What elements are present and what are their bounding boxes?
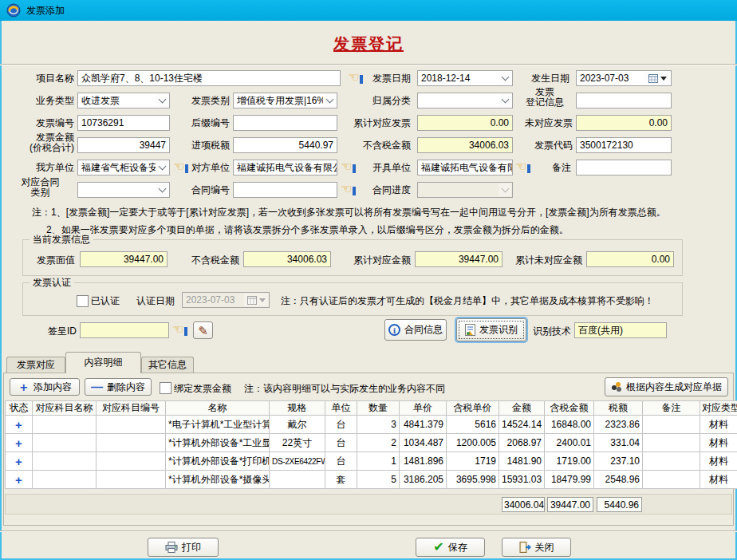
project-lookup-icon[interactable]: ☜ [348,71,363,84]
table-cell[interactable]: 材料 [700,471,737,489]
column-header[interactable]: 规格 [270,401,325,416]
input-tax-input[interactable]: 5440.97 [233,137,337,153]
contract-no-input[interactable] [233,182,337,198]
table-row[interactable]: +*计算机外部设备*摄像头套53186.2053695.99815931.031… [6,471,737,489]
column-header[interactable]: 对应科目名称 [33,401,97,416]
our-unit-lookup-icon[interactable]: ☜ [173,160,188,173]
column-header[interactable]: 状态 [6,401,33,416]
table-cell[interactable] [97,434,166,452]
table-cell[interactable]: 1481.896 [400,452,447,471]
other-unit-input[interactable]: 福建诚拓电气设备有限公 [233,160,337,175]
table-cell[interactable]: 材料 [700,434,737,452]
column-header[interactable]: 单价 [400,401,447,416]
tab-other-info[interactable]: 其它信息 [141,357,194,373]
column-header[interactable]: 对应科目编号 [97,401,166,416]
table-cell[interactable]: 1481.90 [499,452,545,471]
table-cell[interactable]: 材料 [700,452,737,471]
table-cell[interactable] [33,434,97,452]
table-cell[interactable] [97,416,166,434]
remark-input[interactable] [576,160,672,175]
tab-invoice-matching[interactable]: 发票对应 [6,357,65,373]
reg-info-input[interactable] [576,93,672,108]
save-button[interactable]: ✔ 保存 [416,538,485,557]
table-cell[interactable] [97,471,166,489]
table-row[interactable]: +*电子计算机*工业型计算戴尔台34841.379561614524.14168… [6,416,737,434]
our-unit-combo[interactable]: 福建省气柜设备安 [77,160,170,175]
table-cell[interactable] [270,471,325,489]
remove-content-button[interactable]: —删除内容 [85,378,152,396]
tab-content-detail[interactable]: 内容明细 [65,352,141,373]
table-cell[interactable]: 5 [357,471,400,489]
table-cell[interactable]: 1034.487 [400,434,447,452]
table-cell[interactable]: 2548.96 [594,471,643,489]
table-cell[interactable]: DS-2XE6422FW [270,452,325,471]
table-cell[interactable]: *计算机外部设备*打印机 [166,452,270,471]
invoice-ocr-button[interactable]: 发票识别 [456,318,526,341]
column-header[interactable]: 备注 [643,401,700,416]
generate-docs-button[interactable]: 根据内容生成对应单据 [605,377,728,396]
table-cell[interactable]: *电子计算机*工业型计算 [166,416,270,434]
table-cell[interactable]: 1200.005 [447,434,499,452]
contract-type-combo[interactable] [77,182,170,198]
table-row[interactable]: +*计算机外部设备*工业显22英寸台21034.4871200.0052068.… [6,434,737,452]
table-cell[interactable]: *计算机外部设备*工业显 [166,434,270,452]
column-header[interactable]: 名称 [166,401,270,416]
table-cell[interactable]: 5616 [447,416,499,434]
column-header[interactable]: 含税金额 [545,401,594,416]
authenticated-checkbox[interactable] [77,295,89,307]
table-cell[interactable]: 4841.379 [400,416,447,434]
table-row[interactable]: +*计算机外部设备*打印机DS-2XE6422FW台11481.89617191… [6,452,737,471]
suffix-no-input[interactable] [233,115,337,131]
project-name-input[interactable]: 众凯学府7、8、10-13住宅楼 [77,70,341,86]
table-cell[interactable]: 3695.998 [447,471,499,489]
issue-unit-lookup-icon[interactable]: ☜ [515,160,530,173]
table-cell[interactable]: *计算机外部设备*摄像头 [166,471,270,489]
column-header[interactable]: 对应类型 [700,401,737,416]
sign-id-input[interactable] [80,322,169,338]
table-cell[interactable]: 2400.01 [545,434,594,452]
invoice-amount-input[interactable]: 39447 [77,137,170,153]
table-cell[interactable]: 台 [325,434,357,452]
column-header[interactable]: 单位 [325,401,357,416]
column-header[interactable]: 金额 [499,401,545,416]
table-cell[interactable]: 15931.03 [499,471,545,489]
close-button[interactable]: 关闭 [502,538,571,557]
table-cell[interactable]: 套 [325,471,357,489]
table-cell[interactable]: 331.04 [594,434,643,452]
invoice-date-combo[interactable]: 2018-12-14 [417,70,513,86]
invoice-code-input[interactable]: 3500172130 [576,137,672,153]
belong-class-combo[interactable] [417,93,513,108]
table-cell[interactable]: 戴尔 [270,416,325,434]
table-cell[interactable] [33,416,97,434]
table-cell[interactable] [97,452,166,471]
table-cell[interactable]: 3 [357,416,400,434]
table-cell[interactable]: 237.10 [594,452,643,471]
sign-id-lookup-icon[interactable]: ☜ [172,323,187,336]
row-status-cell[interactable]: + [6,471,33,489]
table-cell[interactable]: 台 [325,416,357,434]
table-cell[interactable]: 1 [357,452,400,471]
table-cell[interactable]: 18479.99 [545,471,594,489]
contract-info-button[interactable]: i 合同信息 [384,319,447,341]
table-cell[interactable]: 材料 [700,416,737,434]
table-cell[interactable]: 22英寸 [270,434,325,452]
table-cell[interactable]: 1719 [447,452,499,471]
invoice-type-combo[interactable]: 增值税专用发票|16% [233,93,337,108]
table-cell[interactable] [643,471,700,489]
table-cell[interactable]: 2068.97 [499,434,545,452]
row-status-cell[interactable]: + [6,416,33,434]
table-cell[interactable]: 3186.205 [400,471,447,489]
invoice-no-input[interactable]: 10736291 [77,115,170,131]
table-cell[interactable]: 16848.00 [545,416,594,434]
table-cell[interactable]: 2 [357,434,400,452]
title-bar[interactable]: 发票添加 [0,0,737,21]
business-type-combo[interactable]: 收进发票 [77,93,170,108]
sign-edit-button[interactable]: ✎ [193,321,213,339]
column-header[interactable]: 税额 [594,401,643,416]
table-cell[interactable] [33,471,97,489]
table-cell[interactable]: 14524.14 [499,416,545,434]
row-status-cell[interactable]: + [6,452,33,471]
row-status-cell[interactable]: + [6,434,33,452]
table-cell[interactable] [33,452,97,471]
issue-unit-input[interactable]: 福建诚拓电气设备有限 [417,160,513,175]
